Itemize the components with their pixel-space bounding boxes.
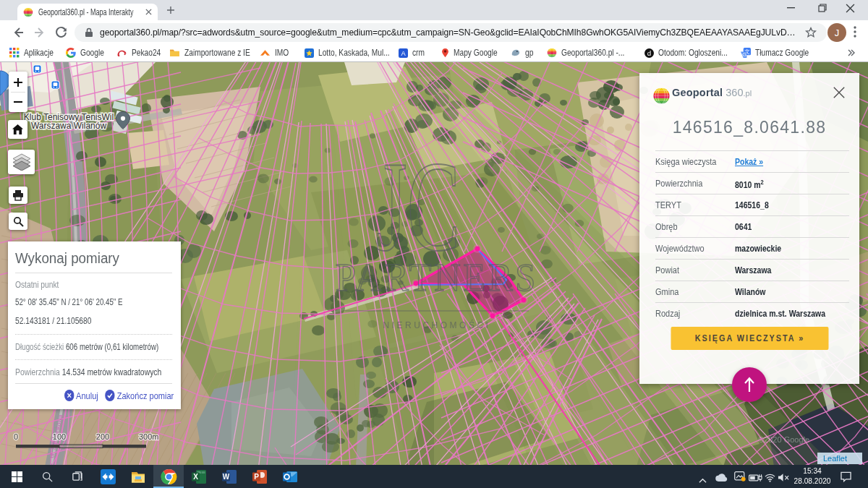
- svg-text:PARTNERS: PARTNERS: [336, 255, 538, 299]
- svg-text:200: 200: [96, 432, 109, 441]
- svg-text:P: P: [254, 473, 259, 481]
- svg-text:0: 0: [14, 432, 18, 441]
- svg-text:Warszawa Wilanów: Warszawa Wilanów: [31, 121, 107, 131]
- svg-text:100: 100: [53, 432, 66, 441]
- svg-text:©2020 Google: ©2020 Google: [758, 435, 809, 444]
- svg-text:W: W: [223, 473, 230, 481]
- svg-text:G: G: [742, 51, 746, 58]
- svg-text:d: d: [647, 49, 651, 57]
- svg-text:300m: 300m: [139, 432, 159, 441]
- svg-text:X: X: [193, 473, 198, 481]
- svg-text:Leaflet: Leaflet: [823, 454, 847, 463]
- svg-text:A: A: [401, 49, 406, 56]
- svg-text:NIERUCHOMOŚCI: NIERUCHOMOŚCI: [383, 320, 491, 330]
